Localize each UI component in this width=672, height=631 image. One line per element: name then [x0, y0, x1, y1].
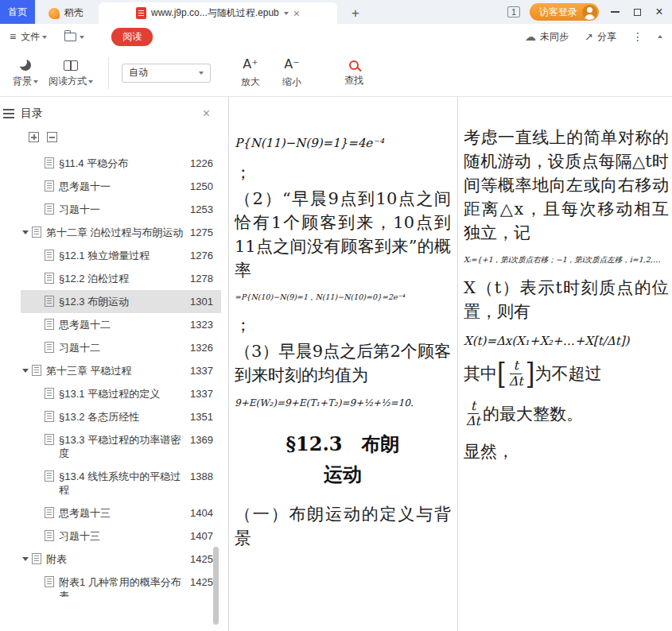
file-menu[interactable]: 文件 — [21, 30, 47, 44]
login-button[interactable]: 访客登录 — [530, 3, 599, 21]
toc-item[interactable]: §13.3 平稳过程的功率谱密度1369 — [21, 428, 221, 465]
toc-close-icon[interactable]: × — [203, 107, 210, 120]
toc-item-label: §12.1 独立增量过程 — [59, 249, 184, 262]
read-mode-badge[interactable]: 阅读 — [111, 28, 153, 46]
more-menu-icon[interactable]: ⋮ — [632, 30, 643, 43]
epub-file-icon — [136, 7, 146, 19]
toc-item-label: 思考题十二 — [59, 318, 184, 331]
expand-all-icon[interactable] — [29, 132, 39, 142]
moon-background-icon — [20, 60, 31, 71]
font-increase-icon: A⁺ — [243, 57, 258, 72]
toc-list: §11.4 平稳分布1226思考题十一1250习题十一1253第十二章 泊松过程… — [0, 152, 221, 597]
toc-item[interactable]: §13.4 线性系统中的平稳过程1388 — [21, 465, 221, 501]
tab-home[interactable]: 首页 — [0, 0, 35, 24]
toc-item-page: 1407 — [190, 529, 213, 543]
menu-bar: ≡ 文件 阅读 ☁ 未同步 ↗ 分享 ⋮ — [0, 24, 672, 49]
toc-item-label: 思考题十三 — [59, 506, 184, 520]
toc-item-label: §13.4 线性系统中的平稳过程 — [59, 470, 184, 497]
fraction-denominator: Δt — [509, 374, 523, 389]
toc-panel-icon[interactable] — [3, 109, 14, 118]
toc-item[interactable]: §12.3 布朗运动1301 — [21, 290, 221, 313]
paragraph: ； — [235, 313, 451, 337]
toc-item-label: 思考题十一 — [59, 180, 184, 193]
column-divider — [457, 97, 458, 631]
tab-document[interactable]: www.j9p.co...与随机过程.epub × — [99, 2, 337, 24]
toc-panel-title: 目录 — [21, 106, 43, 121]
reading-mode-button[interactable]: 阅读方式 — [46, 52, 95, 95]
background-button[interactable]: 背景 — [5, 52, 46, 95]
font-decrease-icon: A⁻ — [284, 57, 299, 72]
sync-status[interactable]: ☁ 未同步 — [525, 30, 569, 44]
tab-dropdown-caret-icon[interactable] — [284, 12, 289, 17]
close-button[interactable]: × — [653, 0, 666, 24]
toc-item[interactable]: 思考题十二1323 — [21, 313, 221, 336]
toc-item-page: 1323 — [190, 318, 213, 331]
toc-item[interactable]: §13.2 各态历经性1351 — [21, 405, 221, 428]
toc-item[interactable]: §12.2 泊松过程1278 — [21, 267, 221, 290]
paragraph: （3）早晨9点之后第2个顾客到来时刻的均值为 — [235, 339, 451, 387]
share-button[interactable]: ↗ 分享 — [585, 30, 616, 44]
zoom-in-button[interactable]: A⁺ 放大 — [230, 52, 271, 95]
maximize-button[interactable] — [631, 0, 643, 24]
collapse-triangle-icon[interactable] — [22, 557, 29, 564]
search-icon — [349, 60, 359, 70]
page-icon — [45, 576, 54, 587]
toc-item[interactable]: 习题十一1253 — [21, 198, 221, 221]
toc-item-label: 第十二章 泊松过程与布朗运动 — [46, 226, 184, 239]
toc-item-page: 1276 — [190, 249, 213, 262]
paragraph: 其中[tΔt]为不超过 — [464, 359, 669, 389]
collapse-all-icon[interactable] — [47, 132, 57, 142]
window-count-badge[interactable]: 1 — [507, 6, 520, 17]
text-run: 的最大整数。 — [483, 402, 583, 426]
toc-item-page: 1337 — [190, 364, 213, 377]
minimize-button[interactable] — [608, 0, 621, 24]
main-menu-icon[interactable]: ≡ — [10, 30, 16, 43]
page-icon — [45, 203, 54, 215]
text-run: 为不超过 — [534, 362, 601, 385]
page-column-2: 考虑一直线上的简单对称的随机游动，设质点每隔△t时间等概率地向左或向右移动距离△… — [464, 97, 669, 631]
toc-item[interactable]: 附表1 几种常用的概率分布表1425 — [21, 571, 221, 597]
toc-item[interactable]: 第十二章 泊松过程与布朗运动1275 — [21, 221, 221, 244]
tab-docer[interactable]: 稻壳 — [35, 2, 97, 24]
page-icon — [45, 180, 54, 192]
tab-close-icon[interactable]: × — [293, 8, 300, 19]
open-caret-icon — [80, 36, 84, 41]
new-tab-button[interactable]: + — [345, 2, 366, 24]
toc-item-page: 1351 — [190, 410, 213, 424]
open-file-button[interactable] — [64, 33, 84, 41]
page-icon — [32, 365, 41, 376]
toc-item[interactable]: §13.1 平稳过程的定义1337 — [21, 382, 221, 405]
collapse-triangle-icon[interactable] — [22, 230, 29, 238]
collapse-triangle-icon[interactable] — [22, 369, 29, 376]
maximize-icon — [634, 9, 641, 16]
toc-item[interactable]: 第十三章 平稳过程1337 — [21, 359, 221, 382]
toc-item[interactable]: §11.4 平稳分布1226 — [21, 152, 221, 175]
toc-scrollbar-thumb[interactable] — [213, 547, 219, 625]
toc-item-page: 1253 — [190, 203, 213, 216]
docer-shell-icon — [49, 8, 60, 19]
formula: Xᵢ={+1，第i次质点右移；−1，第i次质点左移，i=1,2,… — [464, 255, 669, 265]
file-menu-label: 文件 — [21, 30, 40, 44]
zoom-out-label: 缩小 — [282, 75, 301, 89]
collapse-ribbon-icon[interactable] — [658, 33, 662, 38]
wps-window: 首页 稻壳 www.j9p.co...与随机过程.epub × + 1 访客登录… — [0, 0, 672, 631]
find-button[interactable]: 查找 — [333, 52, 375, 95]
zoom-out-button[interactable]: A⁻ 缩小 — [271, 52, 313, 95]
page-icon — [32, 226, 41, 238]
toc-panel-header: 目录 × — [0, 97, 221, 126]
toc-item[interactable]: 习题十三1407 — [21, 525, 221, 548]
toc-item[interactable]: 思考题十一1250 — [21, 175, 221, 198]
page-icon — [45, 434, 54, 445]
toc-item[interactable]: §12.1 独立增量过程1276 — [21, 244, 221, 267]
zoom-level-select[interactable]: 自动 — [122, 64, 211, 83]
toolbar-separator — [108, 57, 109, 89]
page-icon — [45, 250, 54, 261]
background-label: 背景 — [13, 75, 32, 88]
reading-area[interactable]: P{N(11)−N(9)=1}=4e⁻⁴；（2）“早晨9点到10点之间恰有1个顾… — [221, 97, 672, 631]
page-icon — [45, 411, 54, 422]
share-icon: ↗ — [585, 31, 593, 43]
toc-item[interactable]: 习题十二1326 — [21, 336, 221, 359]
toc-item[interactable]: 思考题十三1404 — [21, 501, 221, 525]
reading-mode-label: 阅读方式 — [49, 75, 87, 88]
toc-item[interactable]: 附表1425 — [21, 548, 221, 571]
